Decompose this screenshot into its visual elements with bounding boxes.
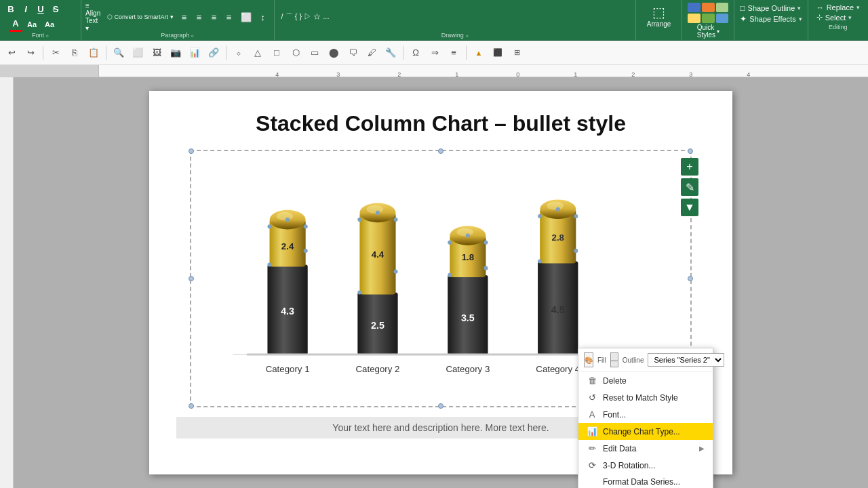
outline-color-button[interactable]: — [610,352,618,367]
toolbar-btn-15[interactable]: 🗨 [344,44,361,62]
toolbar-btn-7[interactable]: 📊 [186,44,203,62]
handle-bl[interactable] [189,403,194,409]
slide-area: Stacked Column Chart – bullet style [14,77,868,488]
svg-point-41 [556,207,560,211]
convert-smartart-button[interactable]: ⬡ Convert to SmartArt ▾ [104,8,176,26]
fill-color-button[interactable]: 🎨 [584,352,593,367]
toolbar-btn-19[interactable]: ⇒ [426,44,443,62]
strikethrough-button[interactable]: S [49,3,62,16]
paste-button[interactable]: 📋 [85,44,102,62]
chart-style-button[interactable]: ✎ [681,178,698,196]
toolbar-btn-11[interactable]: □ [268,44,285,62]
toolbar-btn-5[interactable]: 🖼 [148,44,165,62]
ruler: 4 3 2 1 0 1 2 3 4 [0,65,868,77]
underline-button[interactable]: U [34,3,47,16]
drawing-expand-icon[interactable]: ⬦ [465,32,469,39]
toolbar: ↩ ↪ ✂ ⎘ 📋 🔍 ⬜ 🖼 📷 📊 🔗 ⬦ △ □ ⬡ ▭ ⬤ 🗨 🖊 🔧 … [0,41,868,65]
svg-text:2.5: 2.5 [371,320,384,331]
series-select[interactable]: Series "Series 2" [648,353,724,367]
align-text-button[interactable]: ≡ Align Text ▾ [85,8,103,26]
svg-text:4.3: 4.3 [281,306,294,317]
select-button[interactable]: ⊹ Select ▾ [814,12,863,22]
cut-button[interactable]: ✂ [47,44,64,62]
svg-text:Category 1: Category 1 [266,364,310,374]
handle-tl[interactable] [189,148,194,154]
font-color-button[interactable]: A [9,17,22,32]
copy-button[interactable]: ⎘ [66,44,83,62]
drawing-section-label: Drawing [441,32,464,39]
paragraph-expand-icon[interactable]: ⬦ [191,32,194,39]
toolbar-separator-1 [43,46,43,60]
italic-button[interactable]: I [19,3,33,16]
ribbon-section-editing: ↔ Replace ▾ ⊹ Select ▾ Editing [808,0,868,40]
arrange-button[interactable]: ⬚ Arrange [642,3,677,29]
toolbar-btn-16[interactable]: 🖊 [363,44,380,62]
handle-ml[interactable] [189,276,194,281]
svg-point-11 [267,262,271,266]
context-menu-delete[interactable]: 🗑 Delete [578,372,713,389]
font-expand-icon[interactable]: ⬦ [45,32,49,39]
toolbar-btn-20[interactable]: ≡ [445,44,462,62]
svg-text:2.8: 2.8 [552,232,564,243]
align-center-btn[interactable]: ≡ [193,11,206,24]
context-menu-change-chart-type[interactable]: 📊 Change Chart Type... [578,423,713,440]
context-menu-reset[interactable]: ↺ Reset to Match Style [578,389,713,406]
delete-icon: 🗑 [587,375,597,386]
edit-data-arrow: ▶ [699,445,705,452]
toolbar-btn-outline[interactable]: ⬛ [489,44,507,62]
add-element-button[interactable]: + [681,158,698,176]
chart-right-buttons: + ✎ ▼ [681,158,698,216]
quick-styles-button[interactable]: QuickStyles ▾ [697,24,719,39]
slide: Stacked Column Chart – bullet style [149,91,732,474]
undo-button[interactable]: ↩ [3,44,20,62]
shape-outline-button[interactable]: □ Shape Outline ▾ [740,3,802,14]
toolbar-btn-17[interactable]: 🔧 [382,44,399,62]
toolbar-btn-fill[interactable]: ▲ [470,44,488,62]
outline-label: Outline [623,357,644,364]
svg-point-10 [304,249,308,253]
toolbar-btn-13[interactable]: ▭ [306,44,323,62]
chart-area[interactable]: 4.3 2.4 2.5 [190,150,692,407]
toolbar-btn-10[interactable]: △ [249,44,267,62]
svg-text:4.5: 4.5 [551,304,565,315]
handle-tm[interactable] [438,148,443,154]
font-aa-button[interactable]: Aa [24,19,40,30]
justify-btn[interactable]: ≡ [222,11,236,24]
handle-mr[interactable] [688,276,693,281]
ribbon-section-paragraph: ≡ Align Text ▾ ⬡ Convert to SmartArt ▾ ≡… [81,0,275,40]
drawing-shapes-area[interactable]: / ⌒ { } ▷ ☆ ... [279,10,332,23]
context-menu-edit-data[interactable]: ✏ Edit Data ▶ [578,440,713,457]
align-right-btn[interactable]: ≡ [208,11,221,24]
toolbar-btn-effects[interactable]: ⊞ [508,44,526,62]
toolbar-btn-3[interactable]: 🔍 [110,44,127,62]
toolbar-btn-14[interactable]: ⬤ [325,44,342,62]
handle-tr[interactable] [688,148,693,154]
redo-button[interactable]: ↪ [22,44,39,62]
context-menu-font[interactable]: A Font... [578,406,713,423]
line-spacing-btn[interactable]: ↕ [256,11,270,24]
svg-point-16 [367,205,384,214]
toolbar-btn-6[interactable]: 📷 [167,44,184,62]
align-left-btn[interactable]: ≡ [178,11,191,24]
handle-bm[interactable] [438,403,443,409]
toolbar-btn-9[interactable]: ⬦ [230,44,248,62]
svg-point-8 [285,218,290,222]
edit-data-icon: ✏ [587,443,597,453]
shape-effects-button[interactable]: ✦ Shape Effects ▾ [740,14,802,24]
toolbar-btn-18[interactable]: Ω [407,44,425,62]
font-size-button[interactable]: Aa [41,19,58,30]
toolbar-btn-4[interactable]: ⬜ [129,44,146,62]
svg-point-42 [574,214,578,218]
context-menu-format-series[interactable]: Format Data Series... [578,474,713,488]
chart-filter-button[interactable]: ▼ [681,199,698,216]
toolbar-btn-12[interactable]: ⬡ [287,44,304,62]
columns-btn[interactable]: ⬜ [237,11,255,24]
svg-point-21 [393,270,397,274]
replace-button[interactable]: ↔ Replace ▾ [814,3,863,12]
toolbar-btn-8[interactable]: 🔗 [205,44,222,62]
svg-point-43 [574,249,578,253]
rotation-icon: ⟳ [587,460,597,470]
editing-section-label: Editing [829,24,848,30]
context-menu-3d-rotation[interactable]: ⟳ 3-D Rotation... [578,457,713,474]
bold-button[interactable]: B [4,3,18,16]
